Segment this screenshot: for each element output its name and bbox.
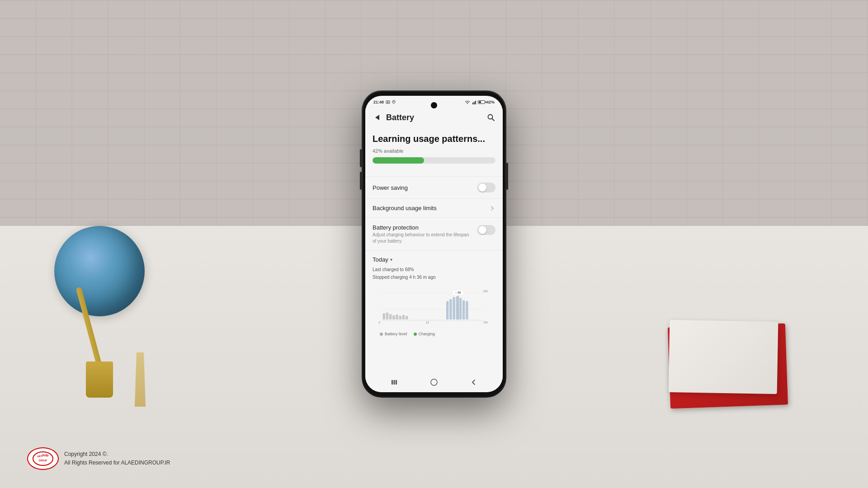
today-section: Today ▾ Last charged to 68% Stopped char… (365, 250, 503, 343)
charging-legend-label: Charging (419, 332, 435, 336)
background-usage-label: Background usage limits (373, 205, 489, 211)
battery-protection-toggle[interactable] (477, 225, 495, 235)
power-saving-toggle[interactable] (477, 183, 495, 192)
battery-protection-text: Battery protection Adjust charging behav… (373, 224, 474, 244)
time-display: 21:48 (373, 100, 384, 104)
charging-legend: Charging (414, 332, 435, 336)
recents-button[interactable] (388, 376, 401, 389)
book-white (669, 320, 778, 394)
svg-rect-37 (392, 380, 393, 385)
recents-icon (390, 378, 398, 386)
power-saving-label: Power saving (373, 184, 477, 191)
svg-text:12: 12 (426, 321, 429, 324)
svg-text:GROUP: GROUP (39, 459, 47, 462)
search-icon (487, 113, 495, 122)
page-title: Battery (386, 113, 486, 122)
svg-rect-19 (386, 313, 388, 319)
svg-point-40 (431, 379, 437, 385)
globe-decoration (27, 226, 172, 398)
power-saving-item[interactable]: Power saving (365, 176, 503, 198)
svg-rect-38 (394, 380, 395, 385)
battery-level-legend-label: Battery level (385, 332, 407, 336)
dropdown-arrow-icon[interactable]: ▾ (390, 257, 392, 262)
battery-protection-item[interactable]: Battery protection Adjust charging behav… (365, 217, 503, 250)
phone-shell: 21:48 (362, 90, 506, 398)
phone-screen: 21:48 (365, 96, 503, 392)
company-logo: علاءالدین GROUP (27, 447, 59, 470)
toggle-thumb-2 (478, 226, 486, 234)
nav-bar (365, 372, 503, 392)
last-charged-text: Last charged to 68% (373, 266, 495, 273)
copyright-section: علاءالدین GROUP Copyright 2024 ©. All Ri… (27, 447, 170, 470)
back-nav-button[interactable] (467, 376, 480, 389)
volume-up-button[interactable] (360, 149, 362, 167)
battery-level-dot (380, 333, 383, 336)
svg-rect-25 (406, 316, 408, 319)
chart-legend: Battery level Charging (373, 330, 495, 339)
svg-rect-26 (446, 301, 448, 320)
svg-rect-7 (474, 102, 475, 104)
globe-sphere (54, 226, 145, 316)
home-button[interactable] (428, 376, 440, 389)
back-arrow-icon (375, 115, 379, 120)
svg-rect-30 (459, 298, 462, 319)
stopped-charging-text: Stopped charging 4 h 36 m ago (373, 273, 495, 281)
search-button[interactable] (486, 112, 496, 123)
battery-protection-label: Battery protection (373, 224, 474, 231)
power-button[interactable] (506, 163, 508, 190)
svg-text:↑ 68: ↑ 68 (455, 291, 461, 294)
svg-rect-39 (396, 380, 397, 385)
svg-rect-28 (453, 297, 455, 320)
home-icon (430, 378, 438, 386)
svg-line-10 (492, 119, 495, 121)
today-info: Last charged to 68% Stopped charging 4 h… (373, 266, 495, 281)
battery-status-icon (478, 100, 485, 104)
today-header: Today ▾ (373, 256, 495, 263)
globe-stand (86, 361, 113, 398)
svg-text:0: 0 (379, 321, 381, 324)
photo-icon (386, 100, 390, 104)
toggle-thumb (478, 183, 486, 192)
location-icon (392, 100, 396, 104)
svg-point-5 (393, 101, 394, 102)
back-nav-icon (470, 378, 478, 386)
battery-percent-display: 42% (486, 100, 495, 104)
svg-rect-23 (399, 316, 401, 319)
screen-content: Battery Learning usage patterns... 42% a… (365, 108, 503, 372)
svg-point-4 (387, 102, 389, 103)
battery-available-text: 42% available (373, 148, 495, 154)
svg-text:علاءالدین: علاءالدین (37, 454, 49, 457)
svg-text:0%: 0% (484, 321, 488, 324)
battery-chart: 100 0% 0 12 (373, 285, 495, 330)
background-usage-item[interactable]: Background usage limits (365, 198, 503, 217)
usage-patterns-title: Learning usage patterns... (373, 133, 495, 145)
status-left: 21:48 (373, 100, 396, 104)
svg-rect-6 (472, 103, 473, 104)
battery-status-section: Learning usage patterns... 42% available (365, 126, 503, 176)
battery-level-legend: Battery level (380, 332, 407, 336)
volume-down-button[interactable] (360, 172, 362, 190)
app-bar: Battery (365, 108, 503, 126)
battery-chart-svg: 100 0% 0 12 (377, 285, 491, 330)
svg-rect-22 (396, 314, 398, 319)
battery-progress-fill (373, 157, 424, 164)
svg-rect-32 (466, 301, 468, 320)
signal-icon (472, 100, 476, 104)
copyright-text: Copyright 2024 ©. All Rights Reserved fo… (64, 450, 170, 467)
charging-dot (414, 333, 417, 336)
battery-protection-desc: Adjust charging behaviour to extend the … (373, 232, 474, 244)
books-decoration (660, 316, 787, 407)
front-camera (431, 102, 437, 108)
power-saving-text: Power saving (373, 184, 477, 191)
back-button[interactable] (372, 112, 382, 123)
svg-rect-31 (462, 300, 465, 319)
battery-progress-bar (373, 157, 495, 164)
svg-rect-24 (402, 315, 405, 319)
settings-list: Power saving Background usage limits (365, 176, 503, 250)
today-label: Today (373, 256, 388, 263)
svg-rect-27 (449, 299, 452, 319)
wifi-icon (464, 100, 471, 104)
svg-rect-29 (456, 296, 458, 319)
svg-rect-8 (475, 101, 476, 104)
background-usage-text: Background usage limits (373, 205, 489, 211)
